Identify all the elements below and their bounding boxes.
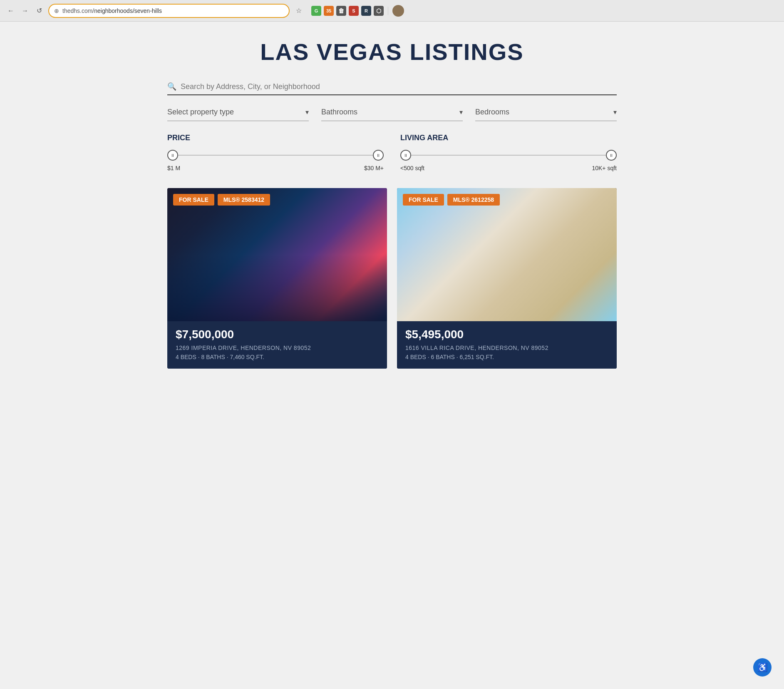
for-sale-badge-2: FOR SALE [403,194,444,206]
mls-badge-1: MLS® 2583412 [218,194,270,206]
property-type-label: Select property type [167,108,234,116]
lock-icon: ⊕ [54,7,59,14]
price-slider-labels: $1 M $30 M+ [167,165,384,171]
property-type-dropdown[interactable]: Select property type ▾ [167,108,309,121]
price-slider-handle-right[interactable]: ⏸ [373,150,384,161]
price-slider-title: PRICE [167,134,384,142]
property-type-arrow: ▾ [305,108,309,116]
listing-info-1: $7,500,000 1269 IMPERIA DRIVE, HENDERSON… [167,321,387,369]
price-max-label: $30 M+ [364,165,384,171]
listing-photo-2 [397,188,617,321]
listing-image-1: FOR SALE MLS® 2583412 [167,188,387,321]
listing-badges-1: FOR SALE MLS® 2583412 [173,194,270,206]
browser-nav-buttons: ← → ↺ [5,5,45,17]
area-max-label: 10K+ sqft [592,165,617,171]
area-min-label: <500 sqft [400,165,424,171]
area-slider-track-container: ⏸ ⏸ [400,149,617,161]
area-slider-track: ⏸ ⏸ [400,155,617,156]
bedrooms-label: Bedrooms [475,108,509,116]
page-title: LAS VEGAS LISTINGS [167,38,617,65]
area-slider-handle-left[interactable]: ⏸ [400,150,411,161]
back-button[interactable]: ← [5,5,17,17]
listing-address-1: 1269 IMPERIA DRIVE, HENDERSON, NV 89052 [176,344,379,351]
listing-image-2: FOR SALE MLS® 2612258 [397,188,617,321]
price-slider-track-container: ⏸ ⏸ [167,149,384,161]
bookmark-icon[interactable]: ☆ [293,5,305,17]
bedrooms-arrow: ▾ [613,108,617,116]
listing-card-1[interactable]: FOR SALE MLS® 2583412 $7,500,000 1269 IM… [167,188,387,369]
bathrooms-arrow: ▾ [459,108,463,116]
search-icon: 🔍 [167,82,176,91]
separator [388,7,388,15]
ext-hex-icon[interactable]: ⬡ [374,6,384,16]
accessibility-button[interactable]: ♿ [753,658,772,677]
listing-address-2: 1616 VILLA RICA DRIVE, HENDERSON, NV 890… [405,344,608,351]
area-slider-section: LIVING AREA ⏸ ⏸ <500 sqft 10K+ sqft [400,134,617,171]
page-content: LAS VEGAS LISTINGS 🔍 Select property typ… [142,22,642,385]
price-slider-handle-left[interactable]: ⏸ [167,150,178,161]
listings-grid: FOR SALE MLS® 2583412 $7,500,000 1269 IM… [167,188,617,369]
search-container: 🔍 [167,82,617,95]
bathrooms-label: Bathrooms [321,108,357,116]
listing-card-2[interactable]: FOR SALE MLS® 2612258 $5,495,000 1616 VI… [397,188,617,369]
listing-price-2: $5,495,000 [405,328,608,341]
sliders-row: PRICE ⏸ ⏸ $1 M $30 M+ LIVING AREA ⏸ ⏸ [167,134,617,171]
address-bar-text: thedhs.com/neighborhoods/seven-hills [62,7,162,14]
listing-details-1: 4 BEDS · 8 BATHS · 7,460 SQ.FT. [176,354,379,360]
bedrooms-dropdown[interactable]: Bedrooms ▾ [475,108,617,121]
ext-s-icon[interactable]: S [349,6,359,16]
refresh-button[interactable]: ↺ [33,5,45,17]
mls-badge-2: MLS® 2612258 [447,194,500,206]
ext-green-icon[interactable]: G [311,6,321,16]
bathrooms-dropdown[interactable]: Bathrooms ▾ [321,108,463,121]
listing-info-2: $5,495,000 1616 VILLA RICA DRIVE, HENDER… [397,321,617,369]
price-slider-section: PRICE ⏸ ⏸ $1 M $30 M+ [167,134,384,171]
browser-chrome: ← → ↺ ⊕ thedhs.com/neighborhoods/seven-h… [0,0,784,22]
price-min-label: $1 M [167,165,180,171]
search-inner: 🔍 [167,82,617,91]
area-slider-labels: <500 sqft 10K+ sqft [400,165,617,171]
listing-price-1: $7,500,000 [176,328,379,341]
listing-badges-2: FOR SALE MLS® 2612258 [403,194,500,206]
area-slider-title: LIVING AREA [400,134,617,142]
for-sale-badge-1: FOR SALE [173,194,214,206]
ext-number-icon[interactable]: 35 [324,6,334,16]
area-slider-handle-right[interactable]: ⏸ [606,150,617,161]
accessibility-icon: ♿ [757,662,768,672]
browser-extensions: G 35 🗑 S R ⬡ [311,5,404,17]
forward-button[interactable]: → [19,5,31,17]
address-bar[interactable]: ⊕ thedhs.com/neighborhoods/seven-hills [48,4,290,18]
ext-trash-icon[interactable]: 🗑 [336,6,346,16]
profile-avatar[interactable] [392,5,404,17]
price-slider-track: ⏸ ⏸ [167,155,384,156]
filters-row: Select property type ▾ Bathrooms ▾ Bedro… [167,108,617,121]
ext-r-icon[interactable]: R [361,6,371,16]
listing-photo-1 [167,188,387,321]
listing-details-2: 4 BEDS · 6 BATHS · 6,251 SQ.FT. [405,354,608,360]
search-input[interactable] [181,82,617,91]
